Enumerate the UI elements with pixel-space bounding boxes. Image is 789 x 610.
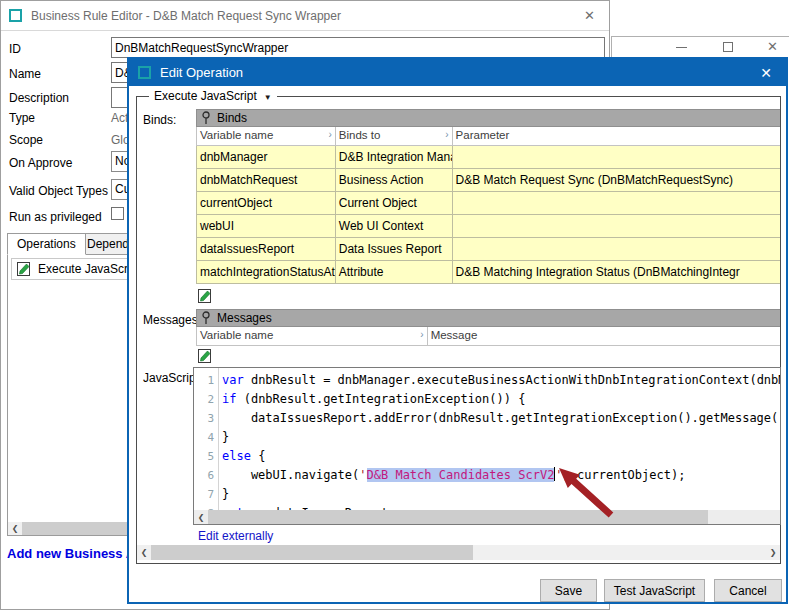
- dialog-hscrollbar[interactable]: ❮ ❯: [137, 545, 780, 560]
- table-cell: Current Object: [336, 192, 453, 214]
- test-javascript-button[interactable]: Test JavaScript: [604, 579, 705, 602]
- description-label: Description: [9, 91, 69, 105]
- column-header[interactable]: Variable name›: [197, 127, 336, 145]
- code-line: }: [222, 428, 780, 447]
- editor-hscrollbar[interactable]: ❮: [194, 510, 780, 524]
- code-line: if (dnbResult.getIntegrationException())…: [222, 390, 780, 409]
- script-icon: [16, 261, 32, 277]
- table-cell: dnbMatchRequest: [197, 169, 336, 191]
- save-button[interactable]: Save: [540, 579, 597, 602]
- table-cell: D&B Match Request Sync (DnBMatchRequestS…: [453, 169, 780, 191]
- tab-operations[interactable]: Operations: [7, 233, 86, 255]
- on-approve-label: On Approve: [9, 156, 72, 170]
- run-as-privileged-label: Run as privileged: [9, 210, 102, 224]
- binds-table-header[interactable]: Binds: [196, 109, 780, 127]
- table-cell: Business Action: [336, 169, 453, 191]
- table-cell: dnbManager: [197, 146, 336, 168]
- code-line: dataIssuesReport.addError(dnbResult.getI…: [222, 409, 780, 428]
- scroll-left-icon[interactable]: ❮: [8, 522, 22, 535]
- table-row[interactable]: matchIntegrationStatusAttributeAttribute…: [196, 261, 780, 284]
- column-header[interactable]: Variable name›: [197, 327, 428, 345]
- column-header[interactable]: Binds to›: [336, 127, 453, 145]
- binds-label: Binds:: [143, 113, 176, 127]
- javascript-editor[interactable]: 12345678 var dnbResult = dnbManager.exec…: [193, 367, 781, 525]
- run-as-privileged-checkbox[interactable]: [111, 207, 124, 220]
- app-icon: [9, 9, 22, 22]
- cancel-button[interactable]: Cancel: [714, 579, 782, 602]
- binds-table: Binds Variable name› Binds to› Parameter…: [196, 109, 780, 284]
- code-line: }: [222, 485, 780, 504]
- type-label: Type: [9, 111, 35, 125]
- messages-table-header[interactable]: Messages: [196, 309, 780, 327]
- scrollbar-thumb[interactable]: [151, 545, 473, 560]
- table-row[interactable]: currentObjectCurrent Object: [196, 192, 780, 215]
- close-icon[interactable]: ✕: [767, 39, 778, 54]
- table-cell: dataIssuesReport: [197, 238, 336, 260]
- scope-label: Scope: [9, 133, 43, 147]
- edit-operation-dialog: Edit Operation ✕ Execute JavaScript▼ Bin…: [127, 57, 788, 604]
- table-cell: Attribute: [336, 261, 453, 283]
- add-new-business-action-link[interactable]: Add new Business A: [7, 546, 135, 561]
- pin-icon: [201, 111, 211, 125]
- table-cell: currentObject: [197, 192, 336, 214]
- messages-table: Messages Variable name› Message: [196, 309, 780, 346]
- pin-icon: [201, 311, 211, 325]
- binds-column-headers: Variable name› Binds to› Parameter: [196, 127, 780, 146]
- operation-type-dropdown[interactable]: Execute JavaScript▼: [149, 89, 277, 103]
- chevron-right-icon: ›: [445, 129, 448, 140]
- dialog-titlebar: Edit Operation ✕: [129, 59, 786, 86]
- id-field[interactable]: [111, 37, 605, 58]
- add-bind-icon[interactable]: [197, 288, 213, 304]
- bre-titlebar: Business Rule Editor - D&B Match Request…: [1, 1, 609, 31]
- table-cell: D&B Integration Manager: [336, 146, 453, 168]
- chevron-down-icon: ▼: [264, 93, 272, 102]
- table-cell: webUI: [197, 215, 336, 237]
- messages-column-headers: Variable name› Message: [196, 327, 780, 346]
- binds-header-text: Binds: [217, 111, 247, 125]
- table-cell: [453, 192, 780, 214]
- annotation-arrow: [539, 462, 624, 520]
- bre-window-title: Business Rule Editor - D&B Match Request…: [31, 9, 578, 23]
- table-row[interactable]: dataIssuesReportData Issues Report: [196, 238, 780, 261]
- operation-list-item-label: Execute JavaScr: [38, 262, 128, 276]
- column-header[interactable]: Parameter: [453, 127, 780, 145]
- table-row[interactable]: dnbMatchRequestBusiness ActionD&B Match …: [196, 169, 780, 192]
- table-row[interactable]: webUIWeb UI Context: [196, 215, 780, 238]
- scroll-left-icon[interactable]: ❮: [137, 546, 151, 559]
- column-header[interactable]: Message: [428, 327, 780, 345]
- maximize-icon[interactable]: [723, 42, 733, 52]
- name-label: Name: [9, 67, 41, 81]
- scroll-right-icon[interactable]: ❯: [766, 546, 780, 559]
- table-row[interactable]: dnbManagerD&B Integration Manager: [196, 146, 780, 169]
- table-cell: [453, 238, 780, 260]
- code-line: else {: [222, 447, 780, 466]
- table-cell: D&B Matching Integration Status (DnBMatc…: [453, 261, 780, 283]
- add-message-icon[interactable]: [197, 348, 213, 364]
- minimize-icon[interactable]: [676, 47, 687, 48]
- line-number-gutter: 12345678: [194, 368, 219, 510]
- messages-header-text: Messages: [217, 311, 272, 325]
- close-icon[interactable]: ✕: [755, 65, 777, 81]
- table-cell: matchIntegrationStatusAttribute: [197, 261, 336, 283]
- code-area[interactable]: var dnbResult = dnbManager.executeBusine…: [222, 371, 780, 523]
- valid-object-types-label: Valid Object Types: [9, 184, 108, 198]
- dialog-title: Edit Operation: [160, 65, 755, 80]
- binds-table-body: dnbManagerD&B Integration ManagerdnbMatc…: [196, 146, 780, 284]
- scrollbar-thumb[interactable]: [208, 510, 708, 524]
- chevron-right-icon: ›: [420, 329, 423, 340]
- operation-type-label: Execute JavaScript: [154, 89, 257, 103]
- edit-externally-link[interactable]: Edit externally: [198, 529, 273, 543]
- type-value: Act: [111, 111, 128, 125]
- table-cell: Web UI Context: [336, 215, 453, 237]
- table-cell: Data Issues Report: [336, 238, 453, 260]
- scroll-left-icon[interactable]: ❮: [194, 511, 208, 524]
- dialog-icon: [138, 66, 151, 79]
- table-cell: [453, 215, 780, 237]
- code-line: var dnbResult = dnbManager.executeBusine…: [222, 371, 780, 390]
- code-line: webUI.navigate('D&B Match Candidates Scr…: [222, 466, 780, 485]
- messages-label: Messages:: [143, 313, 201, 327]
- close-icon[interactable]: ✕: [578, 8, 601, 23]
- id-label: ID: [9, 42, 21, 56]
- table-cell: [453, 146, 780, 168]
- chevron-right-icon: ›: [328, 129, 331, 140]
